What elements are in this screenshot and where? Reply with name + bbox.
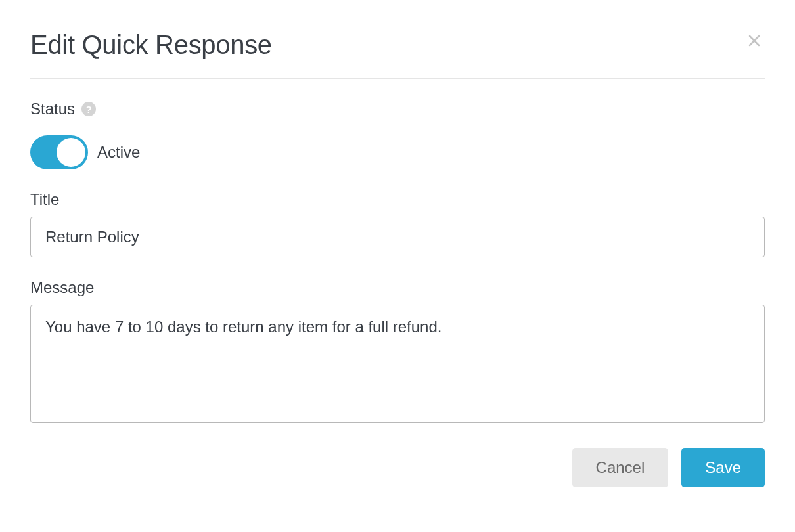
status-label: Status: [30, 100, 75, 118]
help-icon[interactable]: ?: [81, 102, 96, 116]
title-field-group: Title: [30, 190, 765, 257]
status-field-group: Status ? Active: [30, 100, 765, 169]
toggle-row: Active: [30, 135, 765, 169]
message-textarea[interactable]: You have 7 to 10 days to return any item…: [30, 305, 765, 423]
message-field-group: Message You have 7 to 10 days to return …: [30, 278, 765, 426]
status-label-row: Status ?: [30, 100, 765, 118]
modal-header: Edit Quick Response: [30, 30, 765, 79]
button-row: Cancel Save: [30, 448, 765, 487]
message-label: Message: [30, 278, 94, 296]
title-input[interactable]: [30, 217, 765, 257]
toggle-state-label: Active: [97, 143, 140, 162]
cancel-button[interactable]: Cancel: [572, 448, 669, 487]
title-label: Title: [30, 190, 59, 208]
modal-title: Edit Quick Response: [30, 30, 272, 60]
save-button[interactable]: Save: [681, 448, 765, 487]
toggle-knob: [57, 138, 85, 167]
status-toggle[interactable]: [30, 135, 88, 169]
close-icon: [746, 33, 762, 49]
close-button[interactable]: [744, 30, 765, 53]
